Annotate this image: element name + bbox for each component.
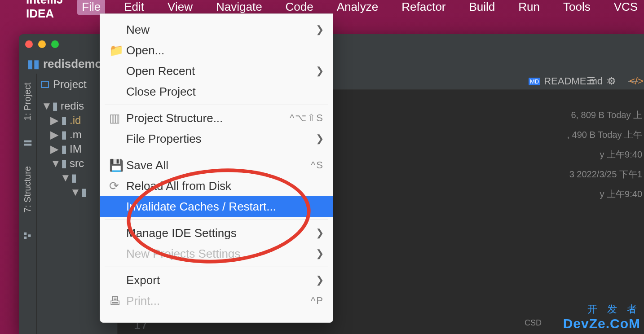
svg-rect-1 — [24, 144, 31, 146]
structure-icon[interactable] — [23, 231, 33, 241]
breadcrumb-project: redisdemo — [43, 57, 102, 71]
menu-item-label: Manage IDE Settings — [126, 226, 237, 240]
menu-item-label: Export — [126, 273, 160, 287]
menu-item-label: Save All — [126, 158, 168, 172]
chevron-right-icon: ❯ — [316, 248, 324, 259]
folder-icon: ▮▮ — [27, 57, 40, 71]
editor-tab[interactable]: </> main/resources/pom. — [625, 73, 644, 90]
menu-separator — [105, 314, 328, 314]
menu-item-label: Open... — [126, 44, 164, 57]
menu-edit[interactable]: Edit — [119, 0, 149, 15]
menu-item-manage-ide-settings[interactable]: Manage IDE Settings❯ — [100, 223, 333, 243]
rail-structure[interactable]: 7: Structure — [22, 166, 33, 212]
menu-item-label: New — [126, 23, 150, 37]
menu-item-export[interactable]: Export❯ — [100, 270, 333, 290]
maximize-window-icon[interactable] — [51, 40, 59, 48]
folder-icon: 📁 — [109, 44, 120, 57]
menu-item-print: 🖶Print...^P — [100, 290, 333, 311]
editor-tab[interactable]: MD README.md × — [524, 73, 617, 90]
save-icon: 💾 — [109, 158, 120, 172]
tab-label: README.md — [544, 75, 603, 87]
close-window-icon[interactable] — [25, 40, 33, 48]
menu-view[interactable]: View — [163, 0, 197, 15]
menu-refactor[interactable]: Refactor — [397, 0, 450, 15]
chevron-right-icon: ❯ — [316, 133, 324, 145]
window-traffic-lights[interactable] — [25, 40, 59, 48]
menu-item-reload-all-from-disk[interactable]: ⟳Reload All from Disk — [100, 176, 333, 196]
menu-item-invalidate-caches-restart[interactable]: Invalidate Caches / Restart... — [100, 196, 333, 217]
menu-item-open[interactable]: 📁Open... — [100, 40, 333, 61]
chevron-right-icon: ❯ — [316, 65, 324, 77]
menu-item-new-projects-settings: New Projects Settings❯ — [100, 243, 333, 264]
svg-rect-0 — [24, 141, 31, 143]
project-icon: ▥ — [109, 111, 120, 125]
menu-separator — [105, 105, 328, 105]
chevron-right-icon: ❯ — [316, 274, 324, 286]
menu-separator — [105, 152, 328, 152]
menu-vcs[interactable]: VCS — [609, 0, 642, 15]
print-icon: 🖶 — [109, 294, 120, 308]
menu-shortcut: ^P — [311, 295, 324, 307]
menu-tools[interactable]: Tools — [559, 0, 595, 15]
chevron-right-icon: ❯ — [316, 24, 324, 35]
menu-item-save-all[interactable]: 💾Save All^S — [100, 155, 333, 176]
menu-shortcut: ^S — [311, 159, 324, 171]
menu-item-project-structure[interactable]: ▥Project Structure...^⌥⇧S — [100, 108, 333, 128]
svg-rect-3 — [24, 237, 26, 239]
menu-navigate[interactable]: Navigate — [212, 0, 267, 15]
menu-item-label: Print... — [126, 294, 160, 308]
menu-analyze[interactable]: Analyze — [332, 0, 383, 15]
md-file-icon: MD — [529, 78, 540, 85]
project-tree-title: Project — [53, 78, 87, 91]
svg-rect-4 — [28, 234, 30, 237]
minimize-window-icon[interactable] — [38, 40, 46, 48]
menu-item-label: Project Structure... — [126, 111, 223, 125]
menu-item-label: New Projects Settings — [126, 247, 240, 261]
menu-item-label: File Properties — [126, 132, 202, 146]
menu-item-label: Reload All from Disk — [126, 179, 231, 193]
file-meta: 6, 809 B Today 上, 490 B Today 上午y 上午9:40… — [567, 105, 643, 204]
menu-item-label: Close Project — [126, 85, 196, 99]
watermark: CSD 开 发 者 DevZe.CoM — [563, 303, 640, 331]
menu-item-label: Invalidate Caches / Restart... — [126, 200, 276, 214]
menu-separator — [105, 220, 328, 220]
app-name: IntelliJ IDEA — [26, 0, 63, 21]
folder-stack-icon[interactable] — [23, 138, 33, 148]
menu-item-close-project[interactable]: Close Project — [100, 81, 333, 102]
file-menu-dropdown[interactable]: New❯📁Open...Open Recent❯Close Project▥Pr… — [100, 13, 333, 323]
svg-rect-5 — [41, 81, 49, 88]
close-tab-icon[interactable]: × — [606, 75, 612, 87]
mac-menubar: IntelliJ IDEA FileEditViewNavigateCodeAn… — [0, 0, 644, 13]
menu-item-label: Open Recent — [126, 64, 195, 78]
menu-separator — [105, 267, 328, 267]
menu-shortcut: ^⌥⇧S — [290, 112, 324, 124]
chevron-right-icon: ❯ — [316, 227, 324, 239]
svg-rect-2 — [24, 233, 26, 235]
project-header-icon — [40, 80, 49, 89]
menu-item-open-recent[interactable]: Open Recent❯ — [100, 61, 333, 81]
rail-project[interactable]: 1: Project — [22, 83, 33, 120]
menu-run[interactable]: Run — [514, 0, 544, 15]
reload-icon: ⟳ — [109, 179, 120, 193]
menu-item-file-properties[interactable]: File Properties❯ — [100, 128, 333, 149]
tool-rail: 1: Project 7: Structure — [19, 74, 37, 334]
menu-build[interactable]: Build — [465, 0, 500, 15]
menu-item-new[interactable]: New❯ — [100, 19, 333, 40]
xml-file-icon: </> — [629, 75, 644, 87]
menu-file[interactable]: File — [77, 0, 105, 15]
menu-code[interactable]: Code — [281, 0, 318, 15]
